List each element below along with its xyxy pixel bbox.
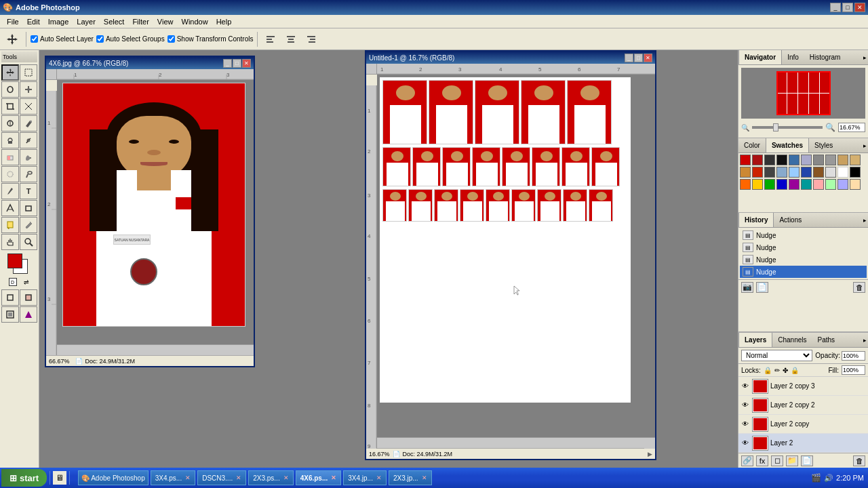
- nav-zoom-input[interactable]: [838, 123, 865, 132]
- history-item-3[interactable]: ▤ Nudge: [740, 253, 867, 266]
- layer-eye-3[interactable]: 👁: [741, 439, 750, 448]
- hand-tool[interactable]: [1, 234, 19, 250]
- swatch-21[interactable]: [740, 179, 751, 190]
- close-button[interactable]: ✕: [854, 3, 865, 12]
- marquee-tool[interactable]: [20, 64, 37, 81]
- histogram-tab[interactable]: Histogram: [804, 50, 846, 64]
- swatch-23[interactable]: [764, 179, 775, 190]
- default-colors-btn[interactable]: D: [9, 278, 17, 286]
- healing-brush-tool[interactable]: [1, 115, 19, 131]
- delete-state-btn[interactable]: 🗑: [853, 282, 865, 293]
- swatch-6[interactable]: [801, 155, 812, 165]
- navigator-tab[interactable]: Navigator: [738, 50, 782, 64]
- menu-select[interactable]: Select: [100, 16, 129, 27]
- standard-mode-btn[interactable]: [1, 289, 19, 306]
- new-layer-btn[interactable]: 📄: [801, 455, 813, 466]
- quickmask-mode-btn[interactable]: [20, 289, 37, 306]
- new-doc-from-state-btn[interactable]: 📄: [756, 282, 768, 293]
- auto-select-groups-check[interactable]: Auto Select Groups: [96, 35, 165, 43]
- history-panel-menu-btn[interactable]: ▸: [863, 217, 867, 224]
- taskbar-item-1[interactable]: DSCN3.... ✕: [197, 470, 246, 485]
- stamp-tool[interactable]: [1, 132, 19, 148]
- swatch-7[interactable]: [813, 155, 824, 165]
- lock-position-btn[interactable]: ✤: [783, 367, 788, 374]
- color-squares[interactable]: [7, 253, 32, 275]
- taskbar-item-close-1[interactable]: ✕: [236, 474, 241, 481]
- nav-zoom-out-icon[interactable]: 🔍: [741, 124, 749, 131]
- tiled-win-maximize[interactable]: □: [634, 54, 643, 62]
- auto-select-layer-check[interactable]: Auto Select Layer: [31, 35, 94, 43]
- path-selection-tool[interactable]: [1, 200, 19, 216]
- scrollbar-h-single[interactable]: [46, 344, 254, 355]
- tiled-win-minimize[interactable]: _: [625, 54, 633, 62]
- add-style-btn[interactable]: fx: [756, 455, 768, 466]
- swatch-9[interactable]: [837, 155, 848, 165]
- swatch-24[interactable]: [776, 179, 787, 190]
- layer-mode-select[interactable]: Normal: [741, 350, 812, 361]
- swatch-3[interactable]: [764, 155, 775, 165]
- eraser-tool[interactable]: [1, 149, 19, 165]
- menu-image[interactable]: Image: [44, 16, 73, 27]
- color-panel-menu-btn[interactable]: ▸: [863, 142, 867, 149]
- channels-tab[interactable]: Channels: [772, 333, 812, 347]
- nav-zoom-thumb[interactable]: [773, 123, 778, 131]
- taskbar-item-5[interactable]: 2X3.jp... ✕: [389, 470, 432, 485]
- crop-tool[interactable]: [1, 98, 19, 115]
- swatch-20[interactable]: [850, 167, 861, 178]
- taskbar-item-close-4[interactable]: ✕: [376, 474, 382, 481]
- dodge-tool[interactable]: [20, 166, 37, 182]
- lock-pixels-btn[interactable]: ✏: [774, 367, 780, 374]
- menu-window[interactable]: Window: [178, 16, 212, 27]
- taskbar-item-2[interactable]: 2X3.ps... ✕: [248, 470, 293, 485]
- swatch-12[interactable]: [752, 167, 763, 178]
- swatch-15[interactable]: [789, 167, 800, 178]
- history-brush-tool[interactable]: [20, 132, 37, 148]
- layer-eye-0[interactable]: 👁: [741, 382, 750, 391]
- eyedropper-tool[interactable]: [20, 217, 37, 233]
- taskbar-icon-vsdc[interactable]: 🎬: [811, 473, 821, 483]
- swatch-27[interactable]: [813, 179, 824, 190]
- menu-help[interactable]: Help: [212, 16, 236, 27]
- swatch-30[interactable]: [850, 179, 861, 190]
- swatch-1[interactable]: [740, 155, 751, 165]
- menu-edit[interactable]: Edit: [23, 16, 44, 27]
- history-tab[interactable]: History: [738, 213, 774, 227]
- nav-zoom-in-icon[interactable]: 🔍: [825, 123, 835, 132]
- swap-colors-btn[interactable]: ⇌: [22, 278, 31, 286]
- new-snapshot-btn[interactable]: 📷: [741, 282, 753, 293]
- taskbar-item-close-2[interactable]: ✕: [283, 474, 289, 481]
- shape-tool[interactable]: [20, 200, 37, 216]
- show-desktop-btn[interactable]: 🖥: [53, 471, 66, 485]
- info-tab[interactable]: Info: [782, 50, 804, 64]
- swatch-29[interactable]: [837, 179, 848, 190]
- lock-transparent-btn[interactable]: 🔒: [764, 367, 772, 374]
- minimize-button[interactable]: _: [830, 3, 841, 12]
- slice-tool[interactable]: [20, 98, 37, 115]
- menu-file[interactable]: File: [3, 16, 23, 27]
- photo-win-minimize[interactable]: _: [223, 59, 232, 68]
- paths-tab[interactable]: Paths: [812, 333, 841, 347]
- swatch-22[interactable]: [752, 179, 763, 190]
- swatch-4[interactable]: [776, 155, 787, 165]
- swatch-11[interactable]: [740, 167, 751, 178]
- swatch-17[interactable]: [813, 167, 824, 178]
- taskbar-item-close-3[interactable]: ✕: [331, 474, 336, 481]
- swatch-19[interactable]: [837, 167, 848, 178]
- styles-tab[interactable]: Styles: [809, 138, 838, 152]
- zoom-tool[interactable]: [20, 234, 37, 250]
- align-center-btn[interactable]: [282, 32, 300, 47]
- layer-item-0[interactable]: 👁 Layer 2 copy 3: [738, 377, 868, 396]
- taskbar-item-close-5[interactable]: ✕: [422, 474, 427, 481]
- taskbar-item-close-0[interactable]: ✕: [185, 474, 191, 481]
- menu-view[interactable]: View: [153, 16, 178, 27]
- swatch-14[interactable]: [776, 167, 787, 178]
- layer-item-1[interactable]: 👁 Layer 2 copy 2: [738, 396, 868, 415]
- swatch-28[interactable]: [825, 179, 836, 190]
- add-mask-btn[interactable]: ◻: [771, 455, 783, 466]
- blur-tool[interactable]: [1, 166, 19, 182]
- opacity-input[interactable]: [842, 351, 865, 361]
- lock-all-btn[interactable]: 🔒: [791, 367, 799, 374]
- pen-tool[interactable]: [1, 183, 19, 199]
- swatches-tab[interactable]: Swatches: [766, 138, 809, 152]
- foreground-color-swatch[interactable]: [7, 253, 22, 268]
